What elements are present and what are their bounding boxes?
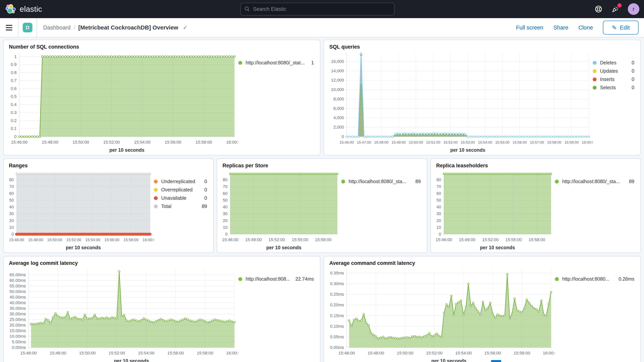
panel-title[interactable]: Average log commit latency — [6, 260, 316, 266]
panel-title[interactable]: Ranges — [6, 162, 209, 169]
svg-text:16,000: 16,000 — [331, 59, 344, 64]
svg-text:15:58:00: 15:58:00 — [315, 237, 332, 242]
panel-ranges: Ranges 0102030405060708015:46:0015:48:00… — [3, 158, 214, 253]
legend-item[interactable]: http://localhost:808...22.74ms — [238, 276, 314, 282]
svg-text:35.00ms: 35.00ms — [10, 306, 26, 311]
svg-text:15:51:00: 15:51:00 — [426, 140, 440, 144]
share-button[interactable]: Share — [554, 24, 568, 31]
legend-item[interactable]: Updates0 — [593, 68, 634, 74]
legend-label: Total — [161, 204, 198, 209]
chart-log-commit-latency[interactable]: 0.00ms5.00ms10.00ms15.00ms20.00ms25.00ms… — [6, 266, 238, 362]
legend-label: Inserts — [600, 76, 628, 82]
legend-item[interactable]: Inserts0 — [593, 76, 634, 82]
svg-text:0: 0 — [225, 232, 228, 236]
full-screen-button[interactable]: Full screen — [516, 24, 543, 31]
svg-text:50: 50 — [436, 198, 441, 202]
global-header: elastic — [0, 0, 644, 18]
dashboard-app-badge[interactable]: D — [23, 23, 32, 32]
svg-text:6,000: 6,000 — [334, 106, 344, 111]
svg-text:16:00:00: 16:00:00 — [142, 238, 154, 242]
svg-text:15:58:00: 15:58:00 — [528, 237, 545, 242]
chart-replica-leaseholders[interactable]: 0102030405060708015:46:0015:49:0015:52:0… — [434, 169, 555, 251]
series-color-dot — [238, 277, 242, 281]
svg-text:0.1: 0.1 — [10, 126, 16, 131]
chart-sql-queries[interactable]: 02,0004,0006,0008,00010,00012,00014,0001… — [327, 50, 593, 154]
legend-item[interactable]: Selects0 — [593, 85, 634, 90]
search-input[interactable] — [253, 6, 390, 12]
elastic-logo[interactable]: elastic — [0, 4, 42, 14]
legend-item[interactable]: Total89 — [154, 204, 207, 209]
svg-text:15:54:00: 15:54:00 — [134, 140, 150, 144]
legend-item[interactable]: Unavailable0 — [154, 195, 207, 201]
svg-text:0.3: 0.3 — [10, 110, 16, 115]
legend-label: http://localhost:8080/_stat... — [246, 60, 308, 66]
legend-label: Underreplicated — [161, 179, 201, 184]
series-color-dot — [154, 188, 158, 192]
chart-ranges[interactable]: 0102030405060708015:46:0015:48:0015:50:0… — [6, 169, 154, 251]
panel-title[interactable]: Number of SQL connections — [6, 43, 316, 50]
svg-text:15:54:00: 15:54:00 — [85, 238, 100, 242]
svg-text:14,000: 14,000 — [331, 68, 344, 73]
legend-item[interactable]: http://localhost:8080/_sta...89 — [555, 179, 634, 184]
breadcrumb-dashboard-link[interactable]: Dashboard — [43, 24, 70, 31]
svg-text:15:49:00: 15:49:00 — [392, 140, 406, 144]
svg-text:0.30ms: 0.30ms — [330, 281, 344, 286]
svg-text:per 10 seconds: per 10 seconds — [66, 245, 101, 250]
scrollbar-thumb[interactable] — [491, 360, 501, 362]
global-search[interactable] — [240, 3, 394, 16]
legend-item[interactable]: Overreplicated0 — [154, 187, 207, 192]
legend-value: 89 — [415, 179, 421, 184]
svg-text:per 10 seconds: per 10 seconds — [114, 358, 149, 362]
legend-value: 22.74ms — [296, 276, 314, 282]
series-color-dot — [555, 277, 559, 281]
series-color-dot — [555, 180, 559, 184]
svg-text:16:00:00: 16:00:00 — [543, 351, 555, 356]
panel-title[interactable]: Replica leaseholders — [434, 162, 636, 169]
title-check-icon[interactable]: ✓ — [183, 24, 187, 31]
dashboard-toolbar: D Dashboard / [Metricbeat CockroachDB] O… — [0, 18, 644, 38]
pencil-icon: ✎ — [612, 24, 616, 31]
chart-sql-connections[interactable]: 00.10.20.30.40.50.60.70.80.9115:46:0015:… — [6, 50, 238, 154]
legend-item[interactable]: Underreplicated0 — [154, 179, 207, 184]
legend-sql-queries: Deletes0Updates0Inserts0Selects0 — [593, 50, 636, 154]
legend-value: 1 — [311, 60, 314, 66]
edit-button[interactable]: ✎ Edit — [603, 21, 638, 34]
panel-replica-leaseholders: Replica leaseholders 0102030405060708015… — [430, 158, 641, 253]
svg-text:15:48:00: 15:48:00 — [28, 238, 43, 242]
panel-title[interactable]: SQL queries — [327, 43, 636, 50]
user-avatar[interactable]: r — [628, 3, 639, 15]
chart-command-commit-latency[interactable]: 0.00ms0.05ms0.10ms0.15ms0.20ms0.25ms0.30… — [327, 266, 555, 362]
svg-text:15:58:00: 15:58:00 — [547, 140, 562, 144]
svg-text:15:50:00: 15:50:00 — [79, 351, 96, 356]
svg-text:15:46:00: 15:46:00 — [11, 140, 28, 144]
svg-text:15:50:00: 15:50:00 — [72, 140, 89, 144]
svg-text:15:57:00: 15:57:00 — [530, 140, 544, 144]
series-color-dot — [154, 204, 158, 208]
svg-text:70: 70 — [9, 184, 14, 189]
svg-text:30: 30 — [223, 211, 228, 216]
search-icon — [244, 6, 250, 12]
svg-text:15.00ms: 15.00ms — [10, 328, 26, 333]
series-color-dot — [593, 69, 596, 73]
legend-item[interactable]: Deletes0 — [593, 60, 634, 66]
panel-sql-connections: Number of SQL connections 00.10.20.30.40… — [3, 40, 320, 155]
newsfeed-button[interactable] — [611, 4, 620, 14]
svg-text:15:47:00: 15:47:00 — [357, 140, 371, 144]
panel-title[interactable]: Replicas per Store — [220, 162, 422, 169]
svg-text:15:56:00: 15:56:00 — [512, 140, 527, 144]
svg-text:15:46:00: 15:46:00 — [222, 237, 238, 242]
svg-text:25.00ms: 25.00ms — [10, 317, 26, 322]
legend-item[interactable]: http://localhost:8080/_sta...89 — [341, 179, 421, 184]
chart-replicas-per-store[interactable]: 0102030405060708015:46:0015:49:0015:52:0… — [220, 169, 341, 251]
svg-text:70: 70 — [223, 184, 228, 189]
panel-title[interactable]: Average command commit latency — [327, 260, 636, 266]
help-button[interactable] — [594, 4, 603, 14]
svg-text:per 10 seconds: per 10 seconds — [266, 245, 301, 250]
svg-text:15:52:00: 15:52:00 — [426, 351, 442, 356]
svg-text:8,000: 8,000 — [334, 96, 344, 102]
legend-item[interactable]: http://localhost:8080...0.26ms — [555, 276, 634, 282]
clone-button[interactable]: Clone — [578, 24, 593, 31]
legend-item[interactable]: http://localhost:8080/_stat...1 — [238, 60, 314, 66]
menu-button[interactable] — [0, 18, 18, 37]
svg-text:15:54:00: 15:54:00 — [138, 351, 154, 356]
